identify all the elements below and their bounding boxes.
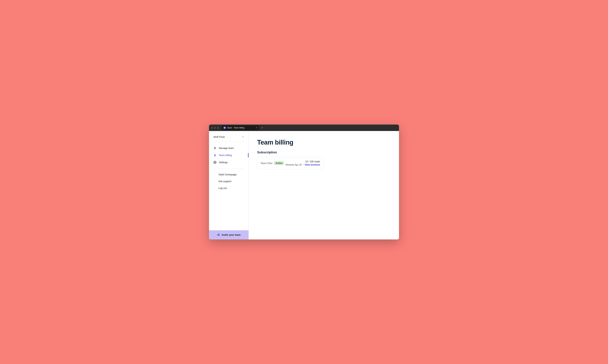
browser-tab[interactable]: ⦿ Stark - Team billing ×	[222, 125, 259, 130]
user-icon	[213, 147, 217, 150]
traffic-light-minimize[interactable]	[214, 127, 216, 129]
sidebar: Wolf Pack Manage team Team billi	[209, 131, 249, 239]
sidebar-item-label: Log out	[219, 187, 227, 189]
plan-name: Team Plan	[260, 162, 273, 165]
subscription-card: Team Plan Active 15 / 100 seats Renews A…	[257, 157, 323, 169]
gear-icon	[213, 161, 217, 164]
page-title: Team billing	[257, 139, 390, 146]
invite-user-icon	[217, 233, 220, 236]
svg-point-2	[215, 162, 215, 163]
nav-primary: Manage team Team billing Settings	[209, 143, 249, 168]
separator-dot: •	[303, 163, 304, 166]
browser-chrome: ⦿ Stark - Team billing × +	[209, 125, 399, 131]
invite-team-banner[interactable]: Invite your team	[209, 230, 249, 239]
spacer	[209, 193, 249, 230]
browser-window: ⦿ Stark - Team billing × + Wolf Pack Man…	[209, 125, 399, 239]
section-subscription-heading: Subscription	[257, 150, 390, 154]
sidebar-item-settings[interactable]: Settings	[209, 159, 249, 166]
renewal-row: Renews Apr 25 • View invoices	[286, 163, 320, 166]
view-invoices-link[interactable]: View invoices	[304, 163, 320, 166]
sidebar-item-team-billing[interactable]: Team billing	[209, 152, 249, 159]
invite-label: Invite your team	[222, 234, 241, 236]
sidebar-item-support[interactable]: Get support	[209, 178, 249, 185]
team-switcher[interactable]: Wolf Pack	[209, 133, 249, 141]
dollar-icon	[213, 154, 217, 157]
tab-favicon-icon: ⦿	[223, 127, 226, 129]
sidebar-item-label: Stark homepage	[219, 173, 236, 176]
sidebar-item-label: Team billing	[219, 154, 232, 156]
svg-point-3	[218, 234, 219, 235]
sidebar-item-manage-team[interactable]: Manage team	[209, 144, 249, 152]
sidebar-item-label: Get support	[219, 180, 231, 183]
status-badge: Active	[274, 161, 284, 165]
seats-count: 15 / 100 seats	[286, 160, 320, 163]
chevron-down-icon	[242, 136, 244, 138]
plan-left: Team Plan Active	[260, 161, 284, 165]
divider	[213, 169, 244, 169]
sidebar-item-homepage[interactable]: Stark homepage	[209, 171, 249, 178]
new-tab-icon[interactable]: +	[260, 126, 264, 129]
svg-point-0	[214, 147, 215, 148]
team-name: Wolf Pack	[213, 135, 225, 138]
sidebar-item-label: Manage team	[219, 147, 234, 149]
nav-secondary: Stark homepage Get support Log out	[209, 170, 249, 193]
renewal-date: Renews Apr 25	[286, 163, 302, 166]
traffic-light-close[interactable]	[211, 127, 213, 129]
traffic-lights	[211, 127, 219, 129]
app-body: Wolf Pack Manage team Team billi	[209, 131, 399, 239]
main-content: Team billing Subscription Team Plan Acti…	[249, 131, 399, 239]
sidebar-item-label: Settings	[219, 161, 228, 164]
sidebar-item-logout[interactable]: Log out	[209, 185, 249, 192]
plan-right: 15 / 100 seats Renews Apr 25 • View invo…	[286, 160, 320, 166]
traffic-light-maximize[interactable]	[217, 127, 219, 129]
tab-title: Stark - Team billing	[227, 127, 245, 129]
tab-close-icon[interactable]: ×	[256, 127, 257, 129]
